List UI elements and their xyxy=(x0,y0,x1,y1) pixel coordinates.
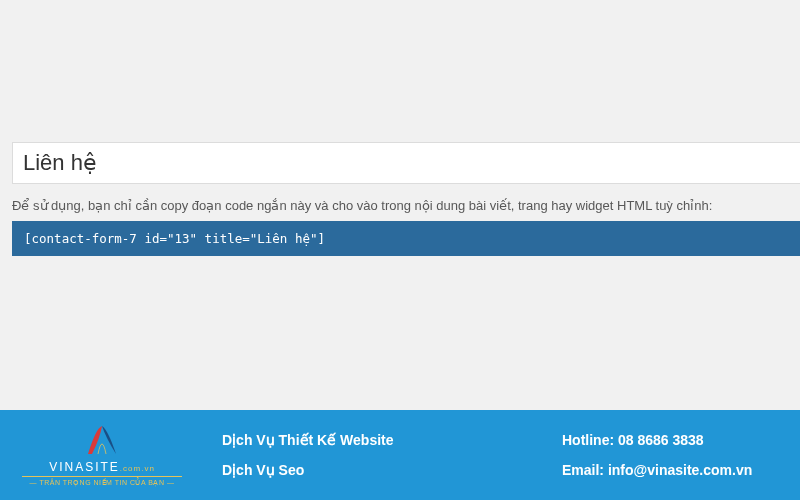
shortcode-display[interactable]: [contact-form-7 id="13" title="Liên hệ"] xyxy=(12,221,800,256)
service-link-web-design[interactable]: Dịch Vụ Thiết Kế Website xyxy=(222,432,482,448)
hotline-label: Hotline: xyxy=(562,432,614,448)
email-link[interactable]: info@vinasite.com.vn xyxy=(608,462,752,478)
hotline-link[interactable]: 08 8686 3838 xyxy=(618,432,704,448)
service-link-seo[interactable]: Dịch Vụ Seo xyxy=(222,462,482,478)
feather-icon xyxy=(78,424,126,458)
footer-hotline: Hotline: 08 8686 3838 xyxy=(562,432,778,448)
logo-wordmark: VINASITE.com.vn xyxy=(49,460,155,474)
footer-services: Dịch Vụ Thiết Kế Website Dịch Vụ Seo xyxy=(222,432,482,478)
form-title-input[interactable] xyxy=(12,142,800,184)
email-label: Email: xyxy=(562,462,604,478)
footer-logo[interactable]: VINASITE.com.vn — TRÂN TRỌNG NIỀM TIN CỦ… xyxy=(22,424,182,487)
logo-tagline: — TRÂN TRỌNG NIỀM TIN CỦA BẠN — xyxy=(22,476,182,487)
shortcode-instruction: Để sử dụng, bạn chỉ cần copy đoạn code n… xyxy=(12,198,800,213)
footer-email: Email: info@vinasite.com.vn xyxy=(562,462,778,478)
footer-contact: Hotline: 08 8686 3838 Email: info@vinasi… xyxy=(522,432,778,478)
footer: VINASITE.com.vn — TRÂN TRỌNG NIỀM TIN CỦ… xyxy=(0,410,800,500)
main-content: Để sử dụng, bạn chỉ cần copy đoạn code n… xyxy=(0,0,800,410)
